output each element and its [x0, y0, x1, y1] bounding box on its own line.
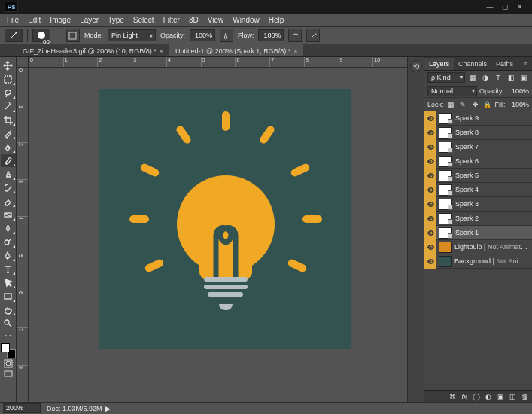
visibility-toggle[interactable] — [424, 197, 436, 212]
layer-opacity-input[interactable]: 100% — [506, 87, 529, 95]
layer-thumbnail[interactable] — [439, 256, 452, 267]
layer-row[interactable]: Spark 7 — [424, 140, 532, 154]
visibility-toggle[interactable] — [424, 226, 436, 240]
chevron-right-icon[interactable]: ▶ — [105, 405, 111, 412]
canvas-viewport[interactable]: 0 1 2 3 4 5 6 7 8 9 10 0 1 2 3 4 5 6 7 8 — [17, 57, 407, 402]
new-layer-button[interactable]: ◫ — [508, 392, 517, 401]
panel-menu-button[interactable]: ≡ — [519, 58, 532, 70]
visibility-toggle[interactable] — [424, 154, 436, 169]
layer-name[interactable]: Spark 3 — [455, 200, 529, 208]
layer-row[interactable]: Spark 9 — [424, 111, 532, 126]
layer-row[interactable]: Background [ Not Animated ] — [424, 254, 532, 269]
opacity-pressure-toggle[interactable] — [220, 29, 233, 42]
ruler-horizontal[interactable]: 0 1 2 3 4 5 6 7 8 9 10 — [29, 57, 407, 68]
tab-layers[interactable]: Layers — [424, 58, 454, 70]
filter-adjust-icon[interactable]: ◑ — [480, 72, 491, 83]
layer-row[interactable]: Lightbulb [ Not Animated ] — [424, 240, 532, 254]
menu-type[interactable]: Type — [104, 15, 128, 25]
crop-tool[interactable] — [1, 113, 16, 126]
layer-name[interactable]: Spark 2 — [455, 215, 529, 222]
tab-channels[interactable]: Channels — [454, 58, 491, 70]
filter-kind-select[interactable]: ρ Kind — [427, 72, 465, 83]
window-close-button[interactable]: ✕ — [512, 2, 527, 12]
menu-filter[interactable]: Filter — [160, 15, 184, 25]
menu-layer[interactable]: Layer — [76, 15, 102, 25]
menu-window[interactable]: Window — [229, 15, 263, 25]
menu-edit[interactable]: Edit — [24, 15, 44, 25]
layer-row[interactable]: Spark 6 — [424, 154, 532, 169]
tab-paths[interactable]: Paths — [491, 58, 518, 70]
airbrush-toggle[interactable] — [288, 29, 302, 42]
menu-select[interactable]: Select — [129, 15, 158, 25]
visibility-toggle[interactable] — [424, 169, 436, 183]
adjustment-layer-button[interactable]: ◐ — [484, 392, 493, 401]
expand-panels-button[interactable]: ⟲ — [410, 60, 422, 72]
menu-image[interactable]: Image — [46, 15, 74, 25]
dodge-tool[interactable] — [1, 235, 16, 248]
visibility-toggle[interactable] — [424, 240, 436, 254]
menu-view[interactable]: View — [204, 15, 228, 25]
lock-all-icon[interactable]: 🔒 — [482, 99, 492, 110]
path-select-tool[interactable] — [1, 275, 16, 289]
filter-shape-icon[interactable]: ◧ — [506, 72, 516, 83]
menu-file[interactable]: File — [3, 15, 23, 25]
canvas[interactable] — [99, 89, 351, 349]
layer-name[interactable]: Lightbulb [ Not Animated ] — [454, 243, 529, 251]
brush-tool[interactable] — [1, 154, 16, 167]
layer-row[interactable]: Spark 3 — [424, 197, 532, 212]
layer-name[interactable]: Spark 9 — [455, 114, 529, 122]
gradient-tool[interactable] — [1, 208, 16, 221]
window-maximize-button[interactable]: ▢ — [497, 2, 512, 12]
tab-document-2[interactable]: Untitled-1 @ 200% (Spark 1, RGB/8) * × — [169, 44, 303, 56]
layer-name[interactable]: Spark 5 — [455, 172, 529, 179]
layer-name[interactable]: Spark 7 — [455, 143, 529, 151]
layer-thumbnail[interactable] — [439, 242, 452, 253]
eraser-tool[interactable] — [1, 194, 16, 208]
layer-fx-button[interactable]: fx — [460, 392, 469, 401]
ruler-origin[interactable] — [17, 57, 29, 68]
layer-mask-button[interactable]: ◯ — [472, 392, 481, 401]
close-icon[interactable]: × — [293, 47, 297, 55]
screenmode-toggle[interactable] — [2, 369, 14, 379]
opacity-input[interactable]: 100% — [190, 29, 215, 41]
marquee-tool[interactable] — [1, 72, 16, 86]
layer-row[interactable]: Spark 1 — [424, 226, 532, 240]
eyedropper-tool[interactable] — [1, 126, 16, 140]
color-swatches[interactable] — [1, 343, 16, 358]
foreground-color[interactable] — [1, 343, 10, 352]
layer-row[interactable]: Spark 2 — [424, 212, 532, 226]
edit-toolbar-button[interactable]: ··· — [2, 330, 14, 340]
layer-group-button[interactable]: ▣ — [496, 392, 505, 401]
blur-tool[interactable] — [1, 221, 16, 235]
layer-name[interactable]: Spark 1 — [455, 229, 529, 236]
lock-transparency-icon[interactable]: ▦ — [446, 99, 456, 110]
window-minimize-button[interactable]: — — [482, 2, 497, 12]
menu-help[interactable]: Help — [265, 15, 288, 25]
history-brush-tool[interactable] — [1, 181, 16, 194]
visibility-toggle[interactable] — [424, 140, 436, 154]
filter-type-icon[interactable]: T — [493, 72, 503, 83]
layers-list[interactable]: Spark 9Spark 8Spark 7Spark 6Spark 5Spark… — [424, 111, 532, 390]
doc-info[interactable]: Doc: 1.03M/5.92M ▶ — [47, 405, 111, 412]
type-tool[interactable] — [1, 262, 16, 275]
filter-pixel-icon[interactable]: ▦ — [467, 72, 478, 83]
stamp-tool[interactable] — [1, 167, 16, 181]
visibility-toggle[interactable] — [424, 183, 436, 197]
layer-row[interactable]: Spark 5 — [424, 169, 532, 183]
visibility-toggle[interactable] — [424, 254, 436, 269]
pen-tool[interactable] — [1, 248, 16, 262]
shape-tool[interactable] — [1, 289, 16, 303]
healing-tool[interactable] — [1, 140, 16, 154]
hand-tool[interactable] — [1, 303, 16, 316]
quickmask-toggle[interactable] — [2, 358, 14, 369]
link-layers-button[interactable]: ⌘ — [448, 392, 457, 401]
lock-pixels-icon[interactable]: ✎ — [458, 99, 468, 110]
layer-name[interactable]: Spark 6 — [455, 157, 529, 165]
flow-input[interactable]: 100% — [258, 29, 284, 41]
visibility-toggle[interactable] — [424, 126, 436, 140]
tab-document-1[interactable]: GIF_ZineHeader3.gif @ 200% (10, RGB/8) *… — [17, 44, 169, 56]
menu-3d[interactable]: 3D — [185, 15, 202, 25]
visibility-toggle[interactable] — [424, 212, 436, 226]
move-tool[interactable] — [1, 59, 16, 72]
zoom-tool[interactable] — [1, 316, 16, 330]
